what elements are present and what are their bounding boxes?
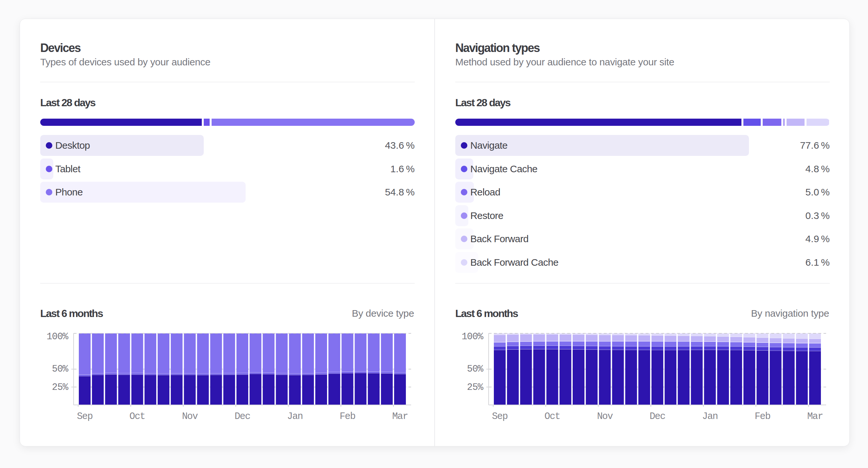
svg-text:100%: 100% (46, 331, 68, 342)
svg-text:Sep: Sep (77, 411, 93, 422)
svg-text:Jan: Jan (702, 411, 718, 422)
svg-text:50%: 50% (52, 364, 69, 374)
svg-text:Oct: Oct (129, 411, 145, 422)
svg-text:Dec: Dec (650, 411, 665, 422)
svg-text:Oct: Oct (545, 411, 560, 422)
svg-text:Mar: Mar (807, 411, 823, 422)
svg-text:100%: 100% (462, 331, 484, 342)
svg-text:Dec: Dec (235, 411, 250, 422)
svg-text:25%: 25% (467, 382, 484, 393)
svg-text:50%: 50% (467, 364, 484, 374)
svg-text:Nov: Nov (597, 411, 613, 422)
svg-text:Mar: Mar (392, 411, 408, 422)
svg-text:Sep: Sep (492, 411, 507, 422)
svg-text:Feb: Feb (754, 411, 770, 422)
svg-text:Feb: Feb (339, 411, 355, 422)
svg-text:Nov: Nov (182, 411, 198, 422)
svg-text:25%: 25% (52, 382, 69, 393)
svg-text:Jan: Jan (287, 411, 303, 422)
